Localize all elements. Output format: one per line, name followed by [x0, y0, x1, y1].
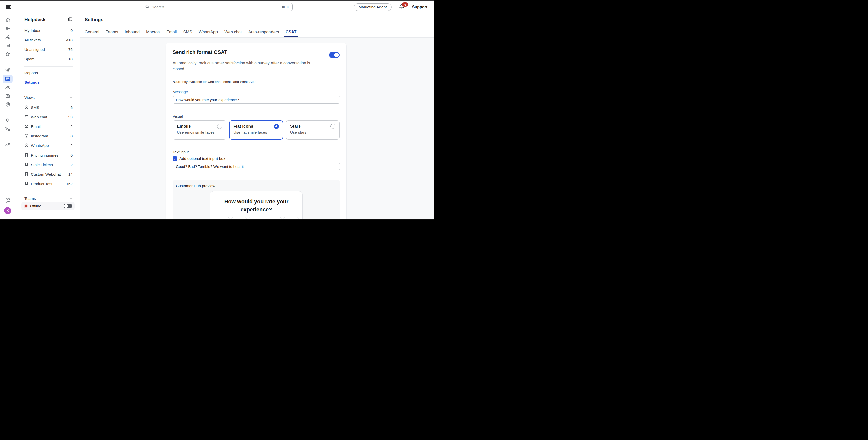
page-title: Settings [85, 17, 103, 22]
tab-csat-active[interactable]: CSAT [285, 26, 297, 37]
main-panel: Settings General Teams Inbound Macros Em… [81, 13, 434, 219]
view-item-custom-webchat[interactable]: Custom Webchat14 [24, 171, 72, 177]
notification-badge: 73 [402, 2, 408, 6]
chevron-up-icon [69, 95, 72, 100]
route-icon[interactable] [2, 125, 12, 133]
star-icon[interactable] [2, 50, 12, 58]
view-item-web-chat[interactable]: Web chat93 [24, 114, 72, 120]
tab-whatsapp[interactable]: WhatsApp [199, 26, 218, 37]
collapse-panel-icon[interactable] [68, 17, 72, 23]
pie-chart-icon[interactable] [2, 100, 12, 109]
csat-settings-card: Send rich format CSAT Automatically trac… [165, 43, 347, 219]
radio-unselected[interactable] [217, 124, 222, 129]
send-icon[interactable] [2, 24, 12, 33]
apps-grid-plus-icon[interactable] [2, 196, 12, 205]
view-item-stale-tickets[interactable]: Stale Tickets2 [24, 162, 72, 168]
top-edge-bar [0, 0, 434, 1]
csat-card-title: Send rich format CSAT [173, 49, 227, 55]
survey-preview-card: How would you rate your experience? [210, 191, 303, 219]
list-card-icon[interactable] [2, 41, 12, 50]
survey-question: How would you rate your experience? [220, 198, 293, 214]
org-chart-icon[interactable] [2, 33, 12, 41]
users-icon[interactable] [2, 83, 12, 92]
search-input[interactable]: Search ⌘ K [142, 3, 292, 11]
option-emojis[interactable]: Emojis Use emoji smile faces [173, 121, 226, 140]
share-nodes-icon[interactable] [2, 66, 12, 74]
sidebar-item-unassigned[interactable]: Unassigned76 [24, 47, 72, 53]
bottom-edge-bar [0, 219, 434, 220]
rating-neutral-button[interactable] [249, 217, 264, 219]
teams-section-header[interactable]: Teams [24, 196, 72, 202]
visual-options: Emojis Use emoji smile faces Flat icons … [173, 121, 340, 140]
view-item-whatsapp[interactable]: WhatsApp2 [24, 143, 72, 149]
tab-inbound[interactable]: Inbound [125, 26, 140, 37]
whatsapp-icon [24, 143, 29, 148]
customer-hub-preview: Customer Hub preview How would you rate … [173, 180, 340, 219]
settings-header: Settings General Teams Inbound Macros Em… [81, 13, 434, 38]
text-input-label: Text input [173, 150, 340, 154]
status-label: Offline [30, 204, 61, 208]
support-link[interactable]: Support [412, 5, 428, 9]
view-item-email[interactable]: Email2 [24, 124, 72, 130]
sidebar-item-all-tickets[interactable]: All tickets418 [24, 37, 72, 43]
rating-very-happy-button[interactable] [283, 217, 299, 219]
tab-macros[interactable]: Macros [146, 26, 160, 37]
search-placeholder: Search [152, 5, 279, 9]
view-item-product-test[interactable]: Product Test152 [24, 181, 72, 187]
tab-auto-responders[interactable]: Auto-responders [248, 26, 279, 37]
sidebar-divider [24, 66, 72, 67]
views-section-header[interactable]: Views [24, 95, 72, 101]
bookmark-icon [24, 162, 29, 168]
search-shortcut: ⌘ K [282, 5, 289, 9]
rating-sad-button[interactable] [231, 217, 247, 219]
newspaper-icon[interactable] [2, 92, 12, 100]
tab-general[interactable]: General [85, 26, 99, 37]
webchat-panel-icon [24, 115, 29, 120]
sidebar-item-reports[interactable]: Reports [24, 70, 72, 76]
settings-content: Send rich format CSAT Automatically trac… [81, 38, 434, 219]
availability-toggle[interactable] [64, 204, 72, 208]
rating-faces-row [210, 217, 302, 219]
csat-enabled-toggle[interactable] [329, 52, 340, 58]
tab-email[interactable]: Email [166, 26, 177, 37]
sidebar-item-settings-active[interactable]: Settings [24, 79, 72, 85]
tab-web-chat[interactable]: Web chat [224, 26, 242, 37]
availability-status-card: ! Offline [21, 202, 74, 210]
option-stars[interactable]: Stars Use stars [286, 121, 340, 140]
helpdesk-sidebar: Helpdesk My Inbox0 All tickets418 Unassi… [15, 13, 81, 219]
icon-rail: K [0, 13, 15, 219]
preview-label: Customer Hub preview [176, 183, 216, 188]
bookmark-icon [24, 172, 29, 177]
checkbox-checked[interactable]: ✓ [173, 156, 177, 161]
instagram-icon [24, 134, 29, 139]
sidebar-item-spam[interactable]: Spam10 [24, 56, 72, 62]
workspace-logo[interactable] [6, 5, 11, 9]
notifications-button[interactable]: 73 [399, 4, 405, 10]
rating-happy-button[interactable] [266, 217, 282, 219]
inbox-icon-selected[interactable] [2, 74, 12, 83]
marketing-agent-button[interactable]: Marketing Agent [354, 3, 392, 11]
user-avatar[interactable]: K [4, 207, 11, 214]
option-flat-icons-selected[interactable]: Flat icons Use flat smile faces [229, 121, 283, 140]
home-icon[interactable] [2, 15, 12, 24]
message-input[interactable]: How would you rate your experience? [173, 96, 340, 104]
view-item-instagram[interactable]: Instagram0 [24, 133, 72, 139]
offline-status-icon: ! [24, 204, 28, 208]
sidebar-item-my-inbox[interactable]: My Inbox0 [24, 28, 72, 34]
tab-teams[interactable]: Teams [106, 26, 118, 37]
search-icon [145, 4, 149, 9]
radio-selected[interactable] [274, 124, 279, 129]
lightbulb-icon[interactable] [2, 116, 12, 125]
radio-unselected[interactable] [330, 124, 335, 129]
csat-description: Automatically track customer satisfactio… [173, 60, 323, 72]
bookmark-icon [24, 153, 29, 158]
view-item-pricing-inquiries[interactable]: Pricing inquiries0 [24, 152, 72, 158]
view-item-sms[interactable]: SMS6 [24, 105, 72, 111]
trending-up-icon[interactable] [2, 140, 12, 149]
bookmark-icon [24, 181, 29, 187]
sidebar-title: Helpdesk [24, 17, 45, 22]
optional-text-input[interactable]: Good? Bad? Terrible? We want to hear it [173, 163, 340, 170]
settings-tabs: General Teams Inbound Macros Email SMS W… [85, 26, 297, 37]
rating-very-sad-button[interactable] [214, 217, 229, 219]
tab-sms[interactable]: SMS [183, 26, 192, 37]
